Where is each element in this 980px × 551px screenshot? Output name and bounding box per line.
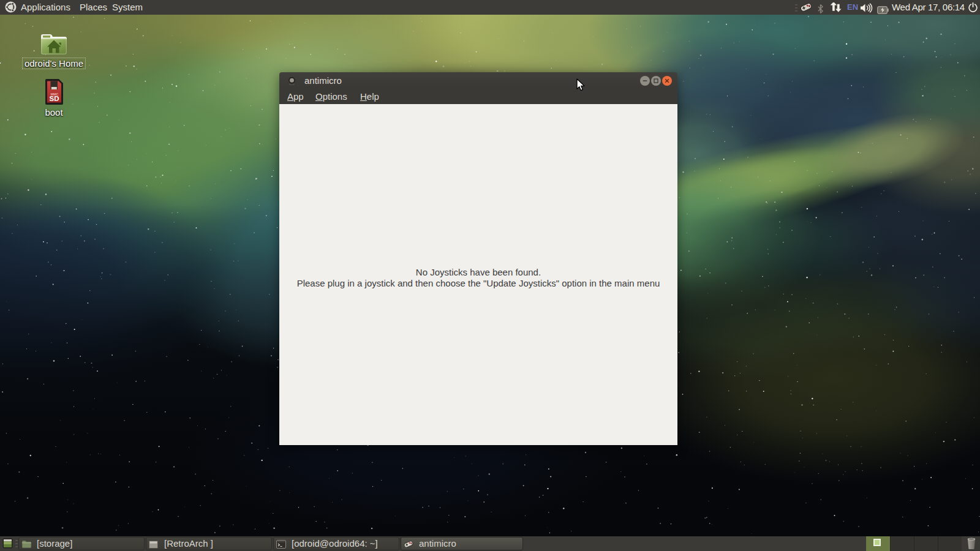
- svg-text:SD: SD: [50, 95, 59, 102]
